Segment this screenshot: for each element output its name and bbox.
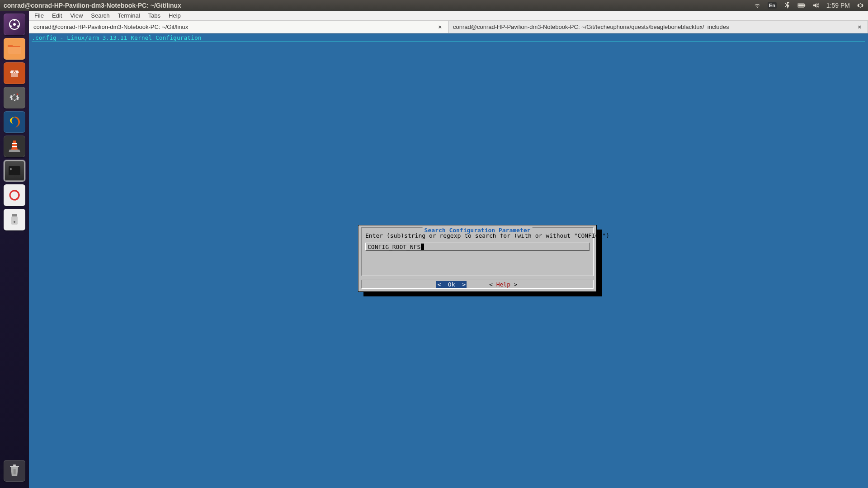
unity-launcher: A >_ — [0, 11, 29, 488]
svg-text:A: A — [13, 69, 16, 74]
files-icon[interactable] — [4, 38, 25, 60]
close-icon[interactable]: × — [856, 23, 863, 30]
dialog-title: Search Configuration Parameter — [423, 227, 533, 234]
software-center-icon[interactable]: A — [4, 62, 25, 84]
clock[interactable]: 1:59 PM — [826, 2, 850, 9]
svg-point-5 — [14, 19, 15, 21]
terminal-viewport[interactable]: .config - Linux/arm 3.13.11 Kernel Confi… — [29, 33, 868, 488]
dash-icon[interactable] — [4, 14, 25, 35]
keyboard-indicator-icon[interactable]: En — [768, 2, 777, 9]
bluetooth-icon[interactable] — [783, 1, 791, 9]
tab-label: conrad@conrad-HP-Pavilion-dm3-Notebook-P… — [33, 23, 188, 30]
session-gear-icon[interactable] — [856, 1, 864, 9]
dialog-body: Search Configuration Parameter Enter (su… — [361, 227, 594, 276]
menu-edit[interactable]: Edit — [48, 11, 66, 20]
app-menubar: File Edit View Search Terminal Tabs Help — [29, 11, 868, 21]
ok-button[interactable]: < Ok > — [436, 281, 467, 288]
menuconfig-rule — [32, 42, 865, 42]
terminal-tab-2[interactable]: conrad@conrad-HP-Pavilion-dm3-Notebook-P… — [448, 21, 868, 33]
wifi-icon[interactable] — [753, 1, 761, 9]
menu-terminal[interactable]: Terminal — [114, 11, 144, 20]
svg-rect-15 — [12, 214, 17, 216]
firefox-icon[interactable] — [4, 111, 25, 133]
terminal-tab-1[interactable]: conrad@conrad-HP-Pavilion-dm3-Notebook-P… — [29, 21, 448, 33]
svg-rect-11 — [12, 146, 17, 147]
svg-point-4 — [13, 23, 16, 26]
text-cursor — [421, 244, 424, 250]
svg-rect-19 — [13, 465, 16, 466]
menu-view[interactable]: View — [66, 11, 86, 20]
svg-rect-18 — [10, 466, 19, 467]
help-button[interactable]: < Help > — [488, 281, 519, 288]
sound-icon[interactable] — [812, 1, 820, 9]
menu-file[interactable]: File — [31, 11, 47, 20]
svg-point-6 — [17, 25, 19, 27]
svg-rect-1 — [798, 5, 803, 7]
settings-icon[interactable] — [4, 87, 25, 108]
dialog-button-row: < Ok > < Help > — [361, 280, 594, 289]
terminal-icon[interactable]: >_ — [4, 160, 25, 182]
menu-search[interactable]: Search — [87, 11, 113, 20]
search-dialog: Search Configuration Parameter Enter (su… — [358, 225, 597, 292]
svg-text:>_: >_ — [10, 167, 14, 171]
search-input[interactable]: CONFIG_ROOT_NFS — [365, 243, 590, 251]
close-icon[interactable]: × — [436, 23, 443, 30]
svg-rect-16 — [11, 216, 18, 225]
pdf-viewer-icon[interactable] — [4, 184, 25, 206]
battery-icon[interactable] — [797, 1, 806, 9]
vlc-icon[interactable] — [4, 136, 25, 157]
search-input-value: CONFIG_ROOT_NFS — [368, 244, 420, 250]
menu-help[interactable]: Help — [165, 11, 184, 20]
menu-tabs[interactable]: Tabs — [145, 11, 164, 20]
usb-creator-icon[interactable] — [4, 209, 25, 230]
window-title: conrad@conrad-HP-Pavilion-dm3-Notebook-P… — [4, 2, 181, 9]
trash-icon[interactable] — [4, 460, 25, 482]
svg-point-17 — [14, 221, 15, 223]
terminal-tabbar: conrad@conrad-HP-Pavilion-dm3-Notebook-P… — [29, 21, 868, 33]
svg-point-7 — [10, 25, 12, 27]
tab-label: conrad@conrad-HP-Pavilion-dm3-Notebook-P… — [453, 23, 729, 30]
svg-rect-10 — [12, 143, 17, 144]
svg-rect-2 — [804, 5, 805, 6]
window-titlebar: conrad@conrad-HP-Pavilion-dm3-Notebook-P… — [0, 0, 868, 11]
system-indicators: En 1:59 PM — [753, 1, 864, 9]
menuconfig-title: .config - Linux/arm 3.13.11 Kernel Confi… — [32, 34, 202, 41]
